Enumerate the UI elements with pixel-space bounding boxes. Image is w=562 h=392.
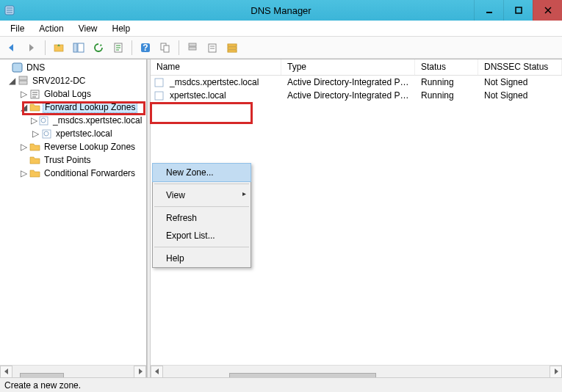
cell-status: Running bbox=[415, 76, 478, 88]
tree-conditional-forwarders[interactable]: ▷ Conditional Forwarders bbox=[0, 167, 146, 180]
back-button[interactable] bbox=[3, 39, 21, 57]
cell-status: Running bbox=[415, 90, 478, 101]
svg-rect-11 bbox=[189, 43, 196, 46]
refresh-button[interactable] bbox=[90, 39, 107, 57]
tree-label: DNS bbox=[25, 62, 46, 73]
cell-name: _msdcs.xpertstec.local bbox=[164, 76, 281, 88]
menu-view[interactable]: View bbox=[71, 22, 105, 35]
svg-rect-18 bbox=[19, 76, 27, 80]
expand-icon[interactable]: ▷ bbox=[31, 128, 40, 139]
zone-icon bbox=[40, 128, 52, 139]
tree-server[interactable]: ◢ SRV2012-DC bbox=[0, 74, 146, 87]
help-button[interactable]: ? bbox=[137, 39, 154, 57]
server-icon bbox=[17, 76, 29, 87]
expand-icon[interactable]: ▷ bbox=[19, 142, 28, 152]
tree-reverse-lookup[interactable]: ▷ Reverse Lookup Zones bbox=[0, 140, 146, 153]
expand-icon[interactable]: ▷ bbox=[19, 89, 28, 99]
cell-dnssec: Not Signed bbox=[478, 90, 562, 101]
cell-type: Active Directory-Integrated Pr... bbox=[281, 76, 415, 88]
tree-global-logs[interactable]: ▷ Global Logs bbox=[0, 87, 146, 101]
titlebar: DNS Manager bbox=[0, 0, 562, 21]
forward-button[interactable] bbox=[23, 39, 40, 57]
context-separator bbox=[154, 206, 249, 207]
menu-file[interactable]: File bbox=[3, 22, 32, 35]
svg-rect-10 bbox=[164, 46, 169, 52]
scroll-right-icon[interactable] bbox=[550, 366, 562, 378]
context-separator bbox=[154, 247, 249, 247]
svg-rect-12 bbox=[189, 47, 196, 50]
context-export[interactable]: Export List... bbox=[153, 227, 251, 244]
toolbar-separator bbox=[132, 40, 132, 55]
context-menu: New Zone... View Refresh Export List... … bbox=[152, 163, 251, 268]
list-scrollbar[interactable] bbox=[151, 365, 562, 377]
context-new-zone[interactable]: New Zone... bbox=[152, 163, 251, 182]
col-status[interactable]: Status bbox=[415, 59, 478, 75]
cell-name: xpertstec.local bbox=[164, 90, 281, 101]
tree-label: Global Logs bbox=[43, 89, 93, 99]
tree-label: Reverse Lookup Zones bbox=[43, 142, 137, 152]
svg-rect-15 bbox=[228, 47, 237, 49]
context-separator bbox=[154, 184, 249, 184]
menubar: File Action View Help bbox=[0, 21, 562, 37]
context-help[interactable]: Help bbox=[153, 250, 251, 267]
status-text: Create a new zone. bbox=[4, 380, 81, 391]
col-dnssec[interactable]: DNSSEC Status bbox=[478, 59, 562, 75]
properties-button[interactable] bbox=[156, 39, 174, 57]
context-view[interactable]: View bbox=[153, 186, 251, 204]
expand-icon[interactable]: ◢ bbox=[7, 76, 16, 86]
tree-xperts-zone[interactable]: ▷ xpertstec.local bbox=[0, 127, 146, 140]
tree-label: Forward Lookup Zones bbox=[43, 101, 137, 113]
server-button[interactable] bbox=[184, 39, 201, 57]
tree-scrollbar[interactable] bbox=[0, 365, 146, 377]
folder-open-icon bbox=[29, 102, 40, 113]
svg-text:?: ? bbox=[143, 43, 148, 53]
svg-rect-25 bbox=[155, 79, 163, 87]
svg-rect-26 bbox=[155, 92, 163, 100]
tree-label: Trust Points bbox=[43, 155, 93, 165]
list-row[interactable]: xpertstec.local Active Directory-Integra… bbox=[151, 89, 562, 102]
export-button[interactable] bbox=[109, 39, 127, 57]
filter-button[interactable] bbox=[223, 39, 241, 57]
tree-dns-root[interactable]: ▸ DNS bbox=[0, 61, 146, 74]
statusbar: Create a new zone. bbox=[0, 377, 562, 392]
menu-action[interactable]: Action bbox=[32, 22, 71, 35]
scroll-thumb[interactable] bbox=[229, 373, 376, 377]
cell-dnssec: Not Signed bbox=[478, 76, 562, 88]
scroll-right-icon[interactable] bbox=[134, 366, 146, 378]
tree-trust-points[interactable]: ▷ Trust Points bbox=[0, 153, 146, 167]
new-zone-button[interactable] bbox=[203, 39, 221, 57]
svg-rect-16 bbox=[228, 50, 237, 52]
expand-icon[interactable]: ▷ bbox=[19, 168, 28, 178]
folder-icon bbox=[29, 142, 40, 153]
tree[interactable]: ▸ DNS ◢ SRV2012-DC ▷ Global Logs ◢ bbox=[0, 59, 146, 365]
tree-label: xpertstec.local bbox=[54, 128, 114, 139]
tree-label: Conditional Forwarders bbox=[43, 168, 137, 178]
col-name[interactable]: Name bbox=[151, 59, 281, 75]
scroll-left-icon[interactable] bbox=[0, 366, 12, 378]
logs-icon bbox=[29, 89, 40, 100]
svg-rect-5 bbox=[78, 43, 84, 52]
folder-icon bbox=[29, 155, 40, 166]
list-row[interactable]: _msdcs.xpertstec.local Active Directory-… bbox=[151, 76, 562, 89]
collapse-icon[interactable]: ◢ bbox=[19, 102, 28, 112]
content-area: ▸ DNS ◢ SRV2012-DC ▷ Global Logs ◢ bbox=[0, 59, 562, 377]
list-header: Name Type Status DNSSEC Status bbox=[151, 59, 562, 76]
svg-rect-17 bbox=[12, 63, 22, 72]
zone-icon bbox=[38, 115, 49, 126]
menu-help[interactable]: Help bbox=[105, 22, 138, 35]
tree-forward-lookup[interactable]: ◢ Forward Lookup Zones bbox=[0, 101, 146, 114]
expand-icon[interactable]: ▷ bbox=[31, 115, 37, 126]
toolbar: ? bbox=[0, 37, 562, 59]
toolbar-separator bbox=[179, 40, 179, 55]
show-hide-tree-button[interactable] bbox=[70, 39, 87, 57]
tree-label: _msdcs.xpertstec.local bbox=[51, 115, 143, 126]
tree-msdcs-zone[interactable]: ▷ _msdcs.xpertstec.local bbox=[0, 114, 146, 127]
zone-icon bbox=[151, 90, 164, 101]
scroll-left-icon[interactable] bbox=[151, 366, 163, 378]
scroll-thumb[interactable] bbox=[20, 373, 64, 377]
cell-type: Active Directory-Integrated Pr... bbox=[281, 90, 415, 101]
up-button[interactable] bbox=[50, 39, 68, 57]
svg-rect-4 bbox=[73, 43, 77, 52]
col-type[interactable]: Type bbox=[281, 59, 415, 75]
context-refresh[interactable]: Refresh bbox=[153, 209, 251, 227]
